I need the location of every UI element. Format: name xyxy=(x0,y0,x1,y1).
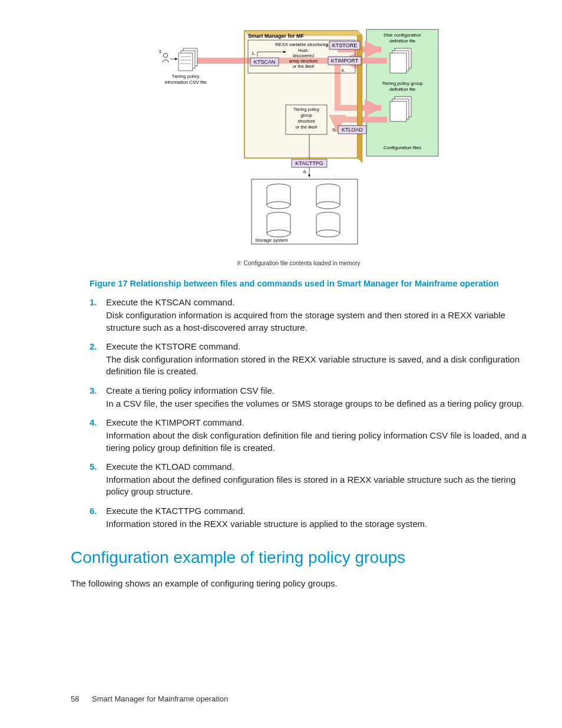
num-2: 2. xyxy=(326,43,330,48)
diagram-footnote: #: Configuration file contents loaded in… xyxy=(157,259,440,268)
step-body: In a CSV file, the user specifies the vo… xyxy=(106,398,527,410)
host-struct-l4: or the like# xyxy=(293,64,315,69)
section-intro: The following shows an example of config… xyxy=(71,578,527,589)
num-5: 5. xyxy=(332,127,336,133)
list-item: Execute the KTSTORE command.The disk con… xyxy=(90,341,527,378)
num-3: 3. xyxy=(158,49,163,54)
step-head: Execute the KTSCAN command. xyxy=(106,297,527,308)
cmd-ktacttpg: KTACTTPG xyxy=(295,160,323,166)
user-icon xyxy=(163,54,168,63)
svg-rect-3 xyxy=(390,53,406,73)
cmd-ktimport: KTIMPORT xyxy=(331,58,359,64)
step-body: Information stored in the REXX variable … xyxy=(106,518,527,530)
host-struct-l1: Host- xyxy=(298,48,309,53)
list-item: Create a tiering policy information CSV … xyxy=(90,385,527,410)
cmd-ktstore: KTSTORE xyxy=(332,42,357,48)
host-struct-l2: discovered xyxy=(293,53,314,58)
step-body: Information about the disk configuration… xyxy=(106,430,527,454)
step-body: Information about the defined configurat… xyxy=(106,474,527,498)
num-6: 6. xyxy=(303,169,308,174)
rexx-title: REXX variable structures xyxy=(275,42,328,47)
num-4: 4. xyxy=(341,68,345,73)
svg-point-37 xyxy=(316,202,340,209)
tpg-l3: structure xyxy=(297,118,315,124)
tpg-def-label-l1: Tiering policy group xyxy=(382,81,423,86)
diagram: Disk configuration definition file Tieri… xyxy=(157,28,440,252)
step-body: The disk configuration information store… xyxy=(106,354,527,378)
files-commands-diagram: Disk configuration definition file Tieri… xyxy=(157,28,440,252)
file-stack-icon xyxy=(390,97,411,121)
cylinder-icon xyxy=(267,184,290,209)
disk-cfg-label-l2: definition file xyxy=(389,38,416,44)
cylinder-icon xyxy=(316,184,340,209)
step-head: Create a tiering policy information CSV … xyxy=(106,385,527,397)
list-item: Execute the KTACTTPG command.Information… xyxy=(90,505,527,531)
step-head: Execute the KTACTTPG command. xyxy=(106,505,527,517)
config-files-label: Configuration files xyxy=(384,145,421,150)
steps-list: Execute the KTSCAN command.Disk configur… xyxy=(90,297,527,530)
svg-point-42 xyxy=(267,230,290,237)
host-struct-l3: array structure xyxy=(289,58,318,64)
svg-point-47 xyxy=(316,230,340,237)
step-head: Execute the KTSTORE command. xyxy=(106,341,527,353)
cmd-ktscan: KTSCAN xyxy=(254,59,276,65)
csv-l1: Tiering policy xyxy=(172,74,200,79)
tpg-l1: Tiering policy xyxy=(293,107,319,112)
tpg-def-label-l2: definition file xyxy=(389,87,416,92)
storage-label: Storage system xyxy=(255,238,288,243)
file-stack-icon xyxy=(390,48,411,73)
file-stack-icon xyxy=(178,48,197,71)
csv-l2: information CSV file xyxy=(165,80,207,85)
section-heading: Configuration example of tiering policy … xyxy=(71,546,527,569)
tpg-l4: or the like# xyxy=(296,124,318,130)
cylinder-icon xyxy=(316,212,340,237)
num-1: 1. xyxy=(252,51,256,56)
list-item: Execute the KTIMPORT command.Information… xyxy=(90,417,527,454)
step-head: Execute the KTIMPORT command. xyxy=(106,417,527,429)
svg-rect-6 xyxy=(390,101,406,121)
list-item: Execute the KTSCAN command.Disk configur… xyxy=(90,297,527,334)
svg-point-32 xyxy=(267,202,290,209)
svg-point-19 xyxy=(164,54,168,58)
svg-rect-22 xyxy=(178,53,193,71)
tpg-l2: group xyxy=(300,113,312,118)
smart-mgr-title: Smart Manager for MF xyxy=(248,33,305,39)
step-head: Execute the KTLOAD command. xyxy=(106,461,527,473)
list-item: Execute the KTLOAD command.Information a… xyxy=(90,461,527,498)
cmd-ktload: KTLOAD xyxy=(342,127,363,133)
cylinder-icon xyxy=(267,212,290,237)
disk-cfg-label-l1: Disk configuration xyxy=(384,32,421,38)
step-body: Disk configuration information is acquir… xyxy=(106,309,527,334)
svg-marker-8 xyxy=(358,31,362,163)
figure-caption: Figure 17 Relationship between files and… xyxy=(90,278,527,290)
